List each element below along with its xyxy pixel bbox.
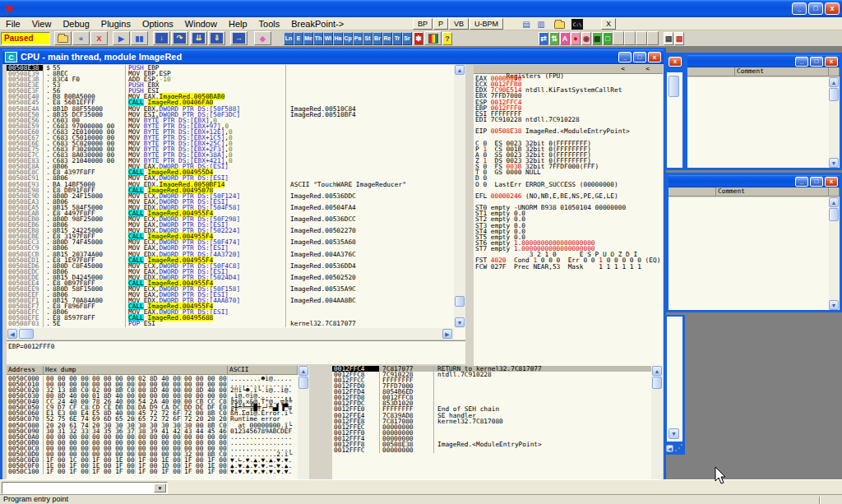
toolbar-blank-button[interactable] <box>636 31 647 45</box>
open-file-icon[interactable] <box>54 31 72 45</box>
stack-row[interactable]: 0012FFFC00000000 <box>332 447 651 453</box>
disasm-row[interactable]: 00508EFE.E8 8597F8FFCALL ImageRed.004956… <box>7 315 454 321</box>
restart-icon[interactable]: « <box>72 31 90 45</box>
scroll-up-icon[interactable]: ▲ <box>298 366 308 376</box>
column-header[interactable] <box>669 187 716 197</box>
step-into-icon[interactable]: ↓ <box>153 31 170 45</box>
combobox-dropdown-icon[interactable]: ▼ <box>154 483 166 492</box>
window-button-cp[interactable]: Cp <box>343 32 353 45</box>
appearance-icon[interactable] <box>424 31 442 45</box>
cpu-titlebar[interactable]: C CPU - main thread, module ImageRed _ □… <box>2 49 664 64</box>
menu-breakpoint[interactable]: BreakPoint-> <box>285 18 349 30</box>
list-plain-icon[interactable]: ▤ <box>664 32 673 45</box>
menu-file[interactable]: File <box>0 18 26 30</box>
menu-button-p[interactable]: P <box>433 18 448 30</box>
subwin-vscrollbar[interactable]: ▲ ▼ <box>829 77 840 168</box>
keyboard-icon[interactable]: ▦ <box>592 32 602 45</box>
covered-window-close-button[interactable]: x <box>669 57 682 67</box>
stack-row[interactable]: 0012FFD80012FFC8 <box>332 395 651 400</box>
stack-vscrollbar[interactable]: ▲ <box>651 366 663 479</box>
disasm-row[interactable]: 00508E38$55PUSH EBP <box>7 65 454 71</box>
register-line[interactable]: EFL 00000246 (NO,NB,E,BE,NS,PE,GE,LE) <box>475 193 661 199</box>
window-button-wi[interactable]: Wi <box>323 32 333 45</box>
menu-close-bar-button[interactable]: X <box>601 18 616 30</box>
window-button-pa[interactable]: Pa <box>353 32 363 45</box>
register-line[interactable]: EIP 00508E38 ImageRed.<ModuleEntryPoint> <box>475 128 661 134</box>
run-icon[interactable]: ▶ <box>113 31 130 45</box>
registers-header-mark[interactable]: < <box>645 65 650 72</box>
comment-column-header[interactable]: Comment <box>716 187 829 197</box>
execute-till-return-icon[interactable]: → <box>230 31 248 45</box>
subwin-maximize-button[interactable]: □ <box>810 57 823 67</box>
window-button-sr[interactable]: Sr <box>402 32 412 45</box>
register-line[interactable]: O 0 LastErr ERROR_SUCCESS (00000000) <box>475 182 661 187</box>
scroll-right-icon[interactable]: ▶ <box>442 329 452 339</box>
stack-row[interactable]: 0012FFC47C817077RETURN to kernel32.7C817… <box>332 366 651 372</box>
go-to-icon[interactable]: ◆ <box>254 31 271 45</box>
sort-icon[interactable]: ⇅ <box>549 32 559 45</box>
console-icon[interactable]: C:\ <box>571 19 583 30</box>
pause-icon[interactable]: ▮▮ <box>131 31 148 45</box>
window-button-ln[interactable]: Ln <box>284 32 294 45</box>
stack-row[interactable]: 0012FFF800508E38ImageRed.<ModuleEntryPoi… <box>332 442 651 447</box>
disasm-row[interactable]: 00508EF7.E8 F896F8FFCALL ImageRed.004955… <box>7 303 454 309</box>
window-button-st[interactable]: St <box>363 32 372 45</box>
record-icon[interactable]: ● <box>571 32 581 45</box>
window-button-th[interactable]: Th <box>313 32 323 45</box>
scroll-up-icon[interactable]: ▲ <box>652 366 662 376</box>
window-icon[interactable]: □ <box>603 32 613 45</box>
toolbar-blank-button[interactable] <box>624 31 636 45</box>
menu-button-ubpm[interactable]: U-BPM <box>470 18 503 30</box>
comment-column-header[interactable]: Comment <box>735 67 829 76</box>
subwin-vscroll-thumb[interactable] <box>829 88 839 101</box>
subwin-vscrollbar[interactable]: ▲ ▼ <box>829 197 840 310</box>
stack-vscroll-thumb[interactable] <box>652 377 662 389</box>
subwin-close-button[interactable]: x <box>825 57 838 67</box>
disasm-vscroll-thumb[interactable] <box>455 296 465 307</box>
toolbar-blank-button[interactable] <box>647 31 659 45</box>
scroll-down-icon[interactable]: ▼ <box>829 158 839 168</box>
cpu-minimize-button[interactable]: _ <box>618 52 632 62</box>
disasm-hscroll-thumb[interactable] <box>19 329 34 339</box>
dump-column-header[interactable]: Hex dump <box>44 366 228 375</box>
stack-row[interactable]: 0012FFCCFFFFFFFF <box>332 377 651 383</box>
stack-row[interactable]: 0012FFD07FFD7000 <box>332 383 651 389</box>
list-marked-icon[interactable]: ▤ <box>674 32 684 45</box>
maximize-button[interactable]: □ <box>808 2 823 15</box>
animate-over-icon[interactable]: ⇓ <box>208 31 225 45</box>
minimize-button[interactable]: _ <box>792 2 807 15</box>
dump-vscroll-thumb[interactable] <box>298 377 308 389</box>
swap-icon[interactable]: ⇄ <box>539 32 548 45</box>
help-icon[interactable]: ? <box>442 32 452 45</box>
stack-row[interactable]: 0012FFE0FFFFFFFFEnd of SEH chain <box>332 406 651 412</box>
dump-column-header[interactable]: ASCII <box>228 366 298 375</box>
register-line[interactable]: EDI 7C910228 ntdll.7C910228 <box>475 117 661 123</box>
disasm-hscrollbar[interactable]: ◀ ▶ <box>7 328 454 340</box>
spiral-icon[interactable]: ◉ <box>581 32 591 45</box>
font-icon[interactable]: A <box>560 32 570 45</box>
resize-grip[interactable] <box>674 443 683 452</box>
menu-options[interactable]: Options <box>136 18 179 30</box>
disasm-row[interactable]: 00508E3B.83C4 F0ADD ESP,-10 <box>7 76 454 82</box>
menu-help[interactable]: Help <box>223 18 253 30</box>
stack-row[interactable]: 0012FFE87C817080kernel32.7C817080 <box>332 418 651 424</box>
step-over-icon[interactable]: ↷ <box>171 31 188 45</box>
registers-header-mark[interactable]: < <box>621 65 625 72</box>
menu-tools[interactable]: Tools <box>253 18 286 30</box>
scroll-up-icon[interactable]: ▲ <box>829 77 839 87</box>
menu-debug[interactable]: Debug <box>57 18 95 30</box>
disasm-row[interactable]: 00508E9D.8B0D 24F15000MOV ECX,DWORD PTR … <box>7 193 454 199</box>
window-button-br[interactable]: Br <box>372 32 382 45</box>
disasm-row[interactable]: 00508EE9.8B0D 58F15000MOV ECX,DWORD PTR … <box>7 286 454 292</box>
notes-icon[interactable]: ▤ <box>520 19 532 30</box>
menu-plugins[interactable]: Plugins <box>95 18 136 30</box>
options-gear-icon[interactable]: ✱ <box>414 32 423 45</box>
subwin-vscroll-thumb[interactable] <box>829 208 839 221</box>
disasm-row[interactable]: 00508EC3.8B0D 74F45000MOV ECX,DWORD PTR … <box>7 239 454 245</box>
disasm-row[interactable]: 00508E83.C683 21040000 00MOV BYTE PTR DS… <box>7 158 454 164</box>
comment-window-top-titlebar[interactable]: _ □ x <box>687 55 840 67</box>
register-line[interactable]: T 0 GS 0000 NULL <box>475 169 661 175</box>
menu-button-vb[interactable]: VB <box>449 18 469 30</box>
subwin-maximize-button[interactable]: □ <box>810 177 823 187</box>
close-program-icon[interactable]: X <box>90 31 108 45</box>
